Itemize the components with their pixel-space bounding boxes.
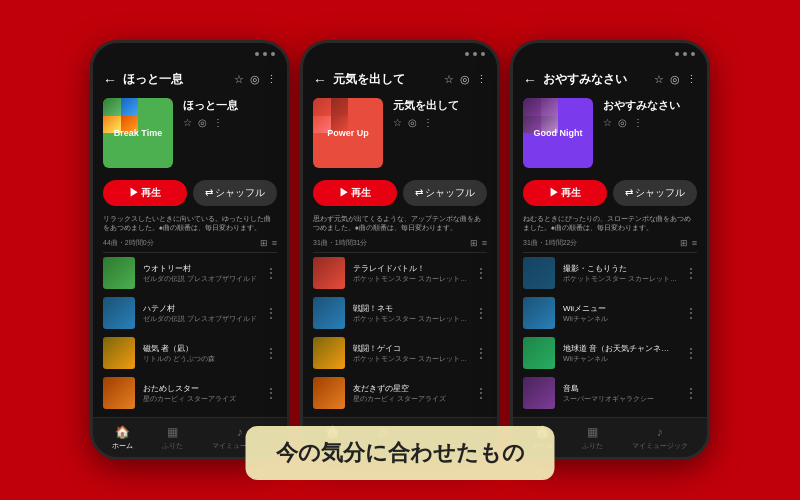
list-icon-2[interactable]: ≡ [482,238,487,248]
track-item: 音島 スーパーマリオギャラクシー ⋮ [513,373,707,413]
track-thumb [103,257,135,289]
playlist-info-2: 元気を出して ☆ ◎ ⋮ [393,98,487,128]
track-more-icon[interactable]: ⋮ [475,266,487,280]
star-meta-3[interactable]: ☆ [603,117,612,128]
nav-list-1[interactable]: ▦ ふりた [162,425,183,451]
phones-container: ← ほっと一息 ☆ ◎ ⋮ Break Time [0,0,800,500]
list-icon-1[interactable]: ≡ [272,238,277,248]
grid-icon-3[interactable]: ⊞ [680,238,688,248]
album-art-2: Power Up [313,98,383,168]
playlist-meta-3: ☆ ◎ ⋮ [603,117,697,128]
star-meta-1[interactable]: ☆ [183,117,192,128]
nav-music-3[interactable]: ♪ マイミュージック [632,425,688,451]
more-meta-3[interactable]: ⋮ [633,117,643,128]
more-icon-1[interactable]: ⋮ [266,73,277,86]
play-button-3[interactable]: ▶ 再生 [523,180,607,206]
track-more-icon[interactable]: ⋮ [475,386,487,400]
track-thumb [313,377,345,409]
battery-icon [271,52,275,56]
list-icon-3[interactable]: ≡ [692,238,697,248]
track-item: 撮影・こもりうた ポケットモンスター スカーレット・バイオレット ⋮ [513,253,707,293]
nav-home-1[interactable]: 🏠 ホーム [112,425,133,451]
grid-icon-1[interactable]: ⊞ [260,238,268,248]
star-icon-2[interactable]: ☆ [444,73,454,86]
track-item: ウオトリー村 ゼルダの伝説 ブレスオブザワイルド ⋮ [93,253,287,293]
back-button-3[interactable]: ← [523,72,537,88]
album-label-2: Power Up [313,98,383,168]
track-info: ハテノ村 ゼルダの伝説 ブレスオブザワイルド [143,303,257,324]
signal-icon-3 [675,52,679,56]
header-icons-2: ☆ ◎ ⋮ [444,73,487,86]
track-more-icon[interactable]: ⋮ [265,346,277,360]
signal-icon [255,52,259,56]
play-button-1[interactable]: ▶ 再生 [103,180,187,206]
action-buttons-2: ▶ 再生 ⇄ シャッフル [303,176,497,210]
track-more-icon[interactable]: ⋮ [475,306,487,320]
play-button-2[interactable]: ▶ 再生 [313,180,397,206]
star-icon-1[interactable]: ☆ [234,73,244,86]
track-more-icon[interactable]: ⋮ [685,266,697,280]
more-icon-3[interactable]: ⋮ [686,73,697,86]
playlist-hero-3: Good Night おやすみなさい ☆ ◎ ⋮ [513,94,707,176]
track-more-icon[interactable]: ⋮ [685,306,697,320]
more-meta-2[interactable]: ⋮ [423,117,433,128]
count-icons-2: ⊞ ≡ [470,238,487,248]
track-item: おためしスター 星のカービィ スターアライズ ⋮ [93,373,287,413]
circle-icon-3[interactable]: ◎ [670,73,680,86]
playlist-meta-2: ☆ ◎ ⋮ [393,117,487,128]
grid-icon-2[interactable]: ⊞ [470,238,478,248]
track-more-icon[interactable]: ⋮ [265,306,277,320]
nav-label-8: ふりた [582,441,603,451]
track-thumb [103,297,135,329]
app-header-2: ← 元気を出して ☆ ◎ ⋮ [303,65,497,94]
circle-meta-1[interactable]: ◎ [198,117,207,128]
track-item: ハテノ村 ゼルダの伝説 ブレスオブザワイルド ⋮ [93,293,287,333]
track-item: 友だきずの星空 星のカービィ スターアライズ ⋮ [303,373,497,413]
phone-power-up: ← 元気を出して ☆ ◎ ⋮ Power Up [300,40,500,460]
track-more-icon[interactable]: ⋮ [475,346,487,360]
track-info: Wiiメニュー Wiiチャンネル [563,303,677,324]
track-thumb [523,337,555,369]
track-item: 戦闘！ネモ ポケットモンスター スカーレット・バイオレット ⋮ [303,293,497,333]
nav-label-9: マイミュージック [632,441,688,451]
track-item: 地球道 音（お天気チャンネル） Wiiチャンネル ⋮ [513,333,707,373]
shuffle-button-1[interactable]: ⇄ シャッフル [193,180,277,206]
track-list-3: 撮影・こもりうた ポケットモンスター スカーレット・バイオレット ⋮ Wiiメニ… [513,253,707,417]
circle-icon-2[interactable]: ◎ [460,73,470,86]
track-info: 戦闘！ネモ ポケットモンスター スカーレット・バイオレット [353,303,467,324]
track-info: 友だきずの星空 星のカービィ スターアライズ [353,383,467,404]
back-button-2[interactable]: ← [313,72,327,88]
track-thumb [523,257,555,289]
track-thumb [313,337,345,369]
track-more-icon[interactable]: ⋮ [265,266,277,280]
playlist-title-1: ほっと一息 [123,71,228,88]
shuffle-button-3[interactable]: ⇄ シャッフル [613,180,697,206]
circle-meta-2[interactable]: ◎ [408,117,417,128]
playlist-header-title-3: おやすみなさい [603,98,697,113]
track-more-icon[interactable]: ⋮ [265,386,277,400]
back-button-1[interactable]: ← [103,72,117,88]
playlist-title-3: おやすみなさい [543,71,648,88]
app-header-3: ← おやすみなさい ☆ ◎ ⋮ [513,65,707,94]
playlist-hero-2: Power Up 元気を出して ☆ ◎ ⋮ [303,94,497,176]
more-meta-1[interactable]: ⋮ [213,117,223,128]
shuffle-button-2[interactable]: ⇄ シャッフル [403,180,487,206]
phone-notch-2 [390,43,410,51]
app-header-1: ← ほっと一息 ☆ ◎ ⋮ [93,65,287,94]
playlist-count-2: 31曲・1時間31分 ⊞ ≡ [303,236,497,252]
circle-icon-1[interactable]: ◎ [250,73,260,86]
track-more-icon[interactable]: ⋮ [685,346,697,360]
star-icon-3[interactable]: ☆ [654,73,664,86]
track-more-icon[interactable]: ⋮ [685,386,697,400]
nav-list-3[interactable]: ▦ ふりた [582,425,603,451]
phone-break-time: ← ほっと一息 ☆ ◎ ⋮ Break Time [90,40,290,460]
banner-text: 今の気分に合わせたもの [276,440,525,465]
more-icon-2[interactable]: ⋮ [476,73,487,86]
playlist-desc-3: ねむるときにぴったりの、スローテンポな曲をあつめました。♠曲の順番は、毎日変わり… [513,210,707,236]
track-info: 地球道 音（お天気チャンネル） Wiiチャンネル [563,343,677,364]
star-meta-2[interactable]: ☆ [393,117,402,128]
circle-meta-3[interactable]: ◎ [618,117,627,128]
track-item: テラレイドバトル！ ポケットモンスター スカーレット・バイオレット ⋮ [303,253,497,293]
track-list-2: テラレイドバトル！ ポケットモンスター スカーレット・バイオレット ⋮ 戦闘！ネ… [303,253,497,417]
playlist-hero-1: Break Time ほっと一息 ☆ ◎ ⋮ [93,94,287,176]
